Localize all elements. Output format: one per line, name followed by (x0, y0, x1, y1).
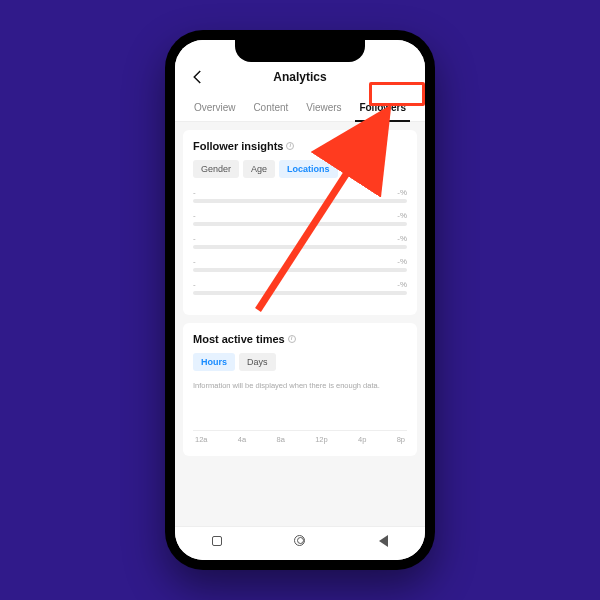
location-bar-row: --% (193, 211, 407, 226)
x-tick: 12a (195, 435, 208, 444)
nav-back-button[interactable] (376, 535, 390, 549)
insights-seg-age[interactable]: Age (243, 160, 275, 178)
info-icon[interactable] (288, 335, 296, 343)
bar-label: - (193, 280, 196, 289)
insights-seg-locations[interactable]: Locations (279, 160, 338, 178)
follower-insights-title: Follower insights (193, 140, 283, 152)
bar-value: -% (397, 257, 407, 266)
app-screen: Analytics OverviewContentViewersFollower… (175, 40, 425, 560)
active-times-title: Most active times (193, 333, 285, 345)
x-tick: 12p (315, 435, 328, 444)
bar-value: -% (397, 234, 407, 243)
location-bar-row: --% (193, 234, 407, 249)
insights-seg-gender[interactable]: Gender (193, 160, 239, 178)
times-seg-hours[interactable]: Hours (193, 353, 235, 371)
active-times-segments: HoursDays (193, 353, 407, 371)
location-bars: --%--%--%--%--% (193, 188, 407, 295)
tab-viewers[interactable]: Viewers (302, 96, 345, 121)
info-icon[interactable] (286, 142, 294, 150)
bar-value: -% (397, 188, 407, 197)
back-button[interactable] (189, 68, 207, 86)
tab-content[interactable]: Content (249, 96, 292, 121)
location-bar-row: --% (193, 280, 407, 295)
content-area: Follower insights GenderAgeLocations --%… (175, 122, 425, 526)
insights-segments: GenderAgeLocations (193, 160, 407, 178)
bar-value: -% (397, 211, 407, 220)
location-bar-row: --% (193, 188, 407, 203)
x-tick: 4a (238, 435, 246, 444)
tab-bar: OverviewContentViewersFollowers (185, 96, 415, 121)
active-times-x-axis: 12a4a8a12p4p8p (193, 430, 407, 444)
bar-label: - (193, 234, 196, 243)
arrow-left-icon (189, 68, 207, 86)
tab-overview[interactable]: Overview (190, 96, 240, 121)
x-tick: 4p (358, 435, 366, 444)
phone-notch (235, 40, 365, 62)
bar-label: - (193, 188, 196, 197)
bar-value: -% (397, 280, 407, 289)
nav-recent-button[interactable] (210, 535, 224, 549)
active-times-card: Most active times HoursDays Information … (183, 323, 417, 456)
location-bar-row: --% (193, 257, 407, 272)
times-seg-days[interactable]: Days (239, 353, 276, 371)
nav-home-button[interactable] (293, 535, 307, 549)
bar-label: - (193, 211, 196, 220)
active-times-empty-message: Information will be displayed when there… (193, 381, 407, 390)
bar-track (193, 222, 407, 226)
x-tick: 8p (397, 435, 405, 444)
android-nav-bar (175, 526, 425, 560)
tab-followers[interactable]: Followers (355, 96, 410, 121)
follower-insights-card: Follower insights GenderAgeLocations --%… (183, 130, 417, 315)
page-title: Analytics (273, 70, 326, 84)
x-tick: 8a (276, 435, 284, 444)
bar-track (193, 291, 407, 295)
bar-track (193, 268, 407, 272)
bar-track (193, 199, 407, 203)
phone-frame: Analytics OverviewContentViewersFollower… (165, 30, 435, 570)
bar-label: - (193, 257, 196, 266)
bar-track (193, 245, 407, 249)
